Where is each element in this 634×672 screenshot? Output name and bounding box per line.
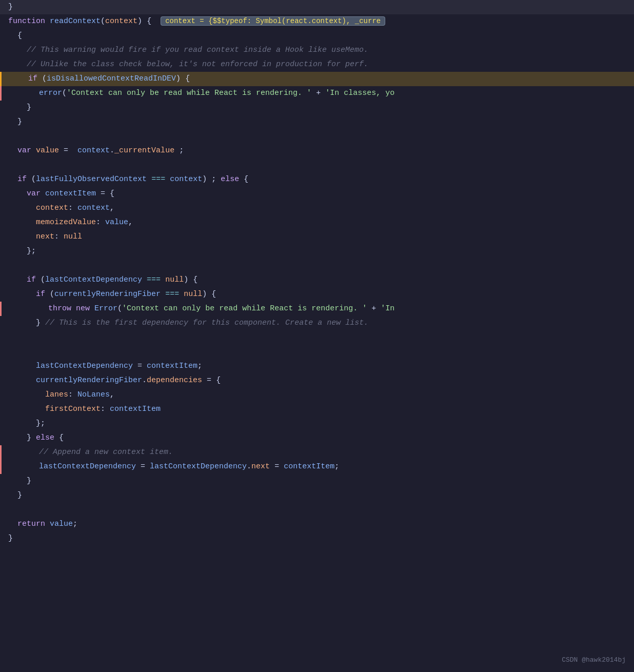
- code-line: }: [0, 101, 634, 115]
- code-line-highlighted-if: if (isDisallowedContextReadInDEV) {: [0, 72, 634, 86]
- code-line: lanes: NoLanes,: [0, 388, 634, 402]
- code-line-empty: [0, 330, 634, 345]
- code-line-var-value: var value = context._currentValue ;: [0, 144, 634, 158]
- code-line-final-brace: }: [0, 531, 634, 546]
- watermark: CSDN @hawk2014bj: [562, 656, 626, 664]
- code-line-empty: [0, 259, 634, 273]
- code-line: lastContextDependency = contextItem;: [0, 359, 634, 373]
- code-line-empty: [0, 503, 634, 517]
- code-line: next: null: [0, 230, 634, 244]
- code-line: }: [0, 488, 634, 503]
- code-line-return: return value;: [0, 517, 634, 531]
- code-editor: } function readContext(context) { contex…: [0, 0, 634, 672]
- code-line: };: [0, 244, 634, 259]
- code-line-comment: // Append a new context item.: [0, 445, 634, 460]
- code-line: memoizedValue: value,: [0, 215, 634, 230]
- code-line: firstContext: contextItem: [0, 402, 634, 417]
- code-line-comment: // This warning would fire if you read c…: [0, 43, 634, 57]
- code-line-if-else: if (lastFullyObservedContext === context…: [0, 172, 634, 187]
- code-line-comment-inline: } // This is the first dependency for th…: [0, 316, 634, 330]
- code-line: }: [0, 115, 634, 129]
- code-line: if (currentlyRenderingFiber === null) {: [0, 287, 634, 302]
- code-line: if (lastContextDependency === null) {: [0, 273, 634, 287]
- code-line: var contextItem = {: [0, 187, 634, 201]
- code-line: {: [0, 29, 634, 43]
- code-line: context: context,: [0, 201, 634, 215]
- code-line: currentlyRenderingFiber.dependencies = {: [0, 373, 634, 388]
- code-line-empty: [0, 129, 634, 144]
- code-line: }: [0, 0, 634, 14]
- code-line-empty: [0, 345, 634, 359]
- code-line-error-call: error('Context can only be read while Re…: [0, 86, 634, 101]
- code-line-comment: // Unlike the class check below, it's no…: [0, 57, 634, 72]
- code-line-empty: [0, 158, 634, 172]
- code-line-function-def: function readContext(context) { context …: [0, 14, 634, 29]
- code-line: lastContextDependency = lastContextDepen…: [0, 460, 634, 474]
- code-line: }: [0, 474, 634, 488]
- code-line: } else {: [0, 431, 634, 445]
- code-line-throw: throw new Error('Context can only be rea…: [0, 302, 634, 316]
- code-line: };: [0, 417, 634, 431]
- inline-badge: context = {$$typeof: Symbol(react.contex…: [161, 16, 385, 26]
